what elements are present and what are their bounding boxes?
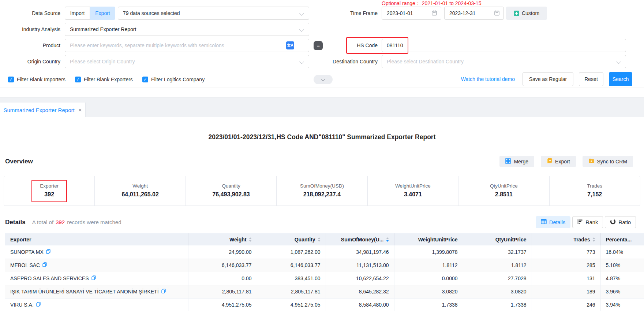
stat-weight: Weight 64,011,265.02 <box>94 176 185 206</box>
origin-country-select[interactable]: Please select Origin Country <box>65 55 309 68</box>
copy-icon[interactable] <box>36 302 41 308</box>
weight-cell: 4,951,275.05 <box>188 298 257 311</box>
stat-label: QtyUnitPrice <box>490 183 518 189</box>
exporter-name-link[interactable]: VIRU S.A. <box>10 302 34 308</box>
column-header-percentage: Percenta... <box>600 233 644 245</box>
rank-view-button[interactable]: Rank <box>572 216 603 228</box>
ai-assistant-icon[interactable]: ≡ <box>314 41 323 50</box>
sort-control[interactable] <box>386 237 389 242</box>
time-frame-label: Time Frame <box>344 7 378 20</box>
exporter-name-link[interactable]: IŞIK TARIM ÜRÜNLERİ SANAYİ VE TİCARET AN… <box>10 289 159 295</box>
tutorial-link[interactable]: Watch the tutorial demo <box>461 76 515 82</box>
ratio-view-button[interactable]: Ratio <box>605 216 636 228</box>
trades-cell: 246 <box>532 298 600 311</box>
checkbox-check-icon: ✓ <box>142 77 148 82</box>
sync-to-crm-button[interactable]: Sync to CRM <box>583 156 633 167</box>
product-keywords-input[interactable] <box>65 39 309 52</box>
column-header-weight[interactable]: Weight <box>188 233 257 245</box>
chevron-down-icon <box>299 11 304 16</box>
sort-desc-icon[interactable] <box>249 240 252 242</box>
filter-blank-exporters-checkbox[interactable]: ✓ Filter Blank Exporters <box>75 77 133 82</box>
details-header: Details A total of392records were matche… <box>5 216 636 228</box>
weight-cell: 24,990.00 <box>188 245 257 259</box>
start-date-input[interactable]: 2023-01-01 <box>382 7 441 20</box>
hs-code-input[interactable] <box>382 39 626 52</box>
exporter-name-link[interactable]: SUNOPTA MX <box>10 249 44 255</box>
sort-asc-icon[interactable] <box>592 237 595 239</box>
column-header-sum-of-money[interactable]: SumOfMoney(U... <box>326 233 394 245</box>
filter-logistics-company-checkbox[interactable]: ✓ Filter Logitics Company <box>142 77 205 82</box>
stat-trades: Trades 7,152 <box>549 176 640 206</box>
country-row: Origin Country Please select Origin Coun… <box>0 55 644 68</box>
sort-asc-icon[interactable] <box>249 237 252 239</box>
data-sources-select[interactable]: 79 data sources selected <box>118 7 309 20</box>
destination-country-select[interactable]: Please select Destination Country <box>382 55 626 68</box>
sum-of-money-cell: 11,131,513.00 <box>326 259 394 272</box>
checkbox-check-icon: ✓ <box>8 77 14 82</box>
filter-options-row: ✓ Filter Blank Importers ✓ Filter Blank … <box>0 73 644 85</box>
ratio-view-label: Ratio <box>618 219 631 225</box>
product-label: Product <box>0 42 60 48</box>
copy-icon[interactable] <box>42 262 47 268</box>
end-date-input[interactable]: 2023-12-31 <box>444 7 504 20</box>
sum-of-money-cell: 34,981,197.46 <box>326 245 394 259</box>
sort-desc-icon[interactable] <box>592 240 595 242</box>
quantity-cell: 383,451.00 <box>257 272 326 285</box>
exporter-name-link[interactable]: MEBOL SAC <box>10 262 40 268</box>
sort-desc-icon[interactable] <box>318 240 321 242</box>
copy-icon[interactable] <box>46 249 50 255</box>
import-toggle[interactable]: Import <box>65 7 90 20</box>
column-header-trades[interactable]: Trades <box>532 233 600 245</box>
sort-control[interactable] <box>249 237 252 242</box>
optional-range-hint: Optional range： 2021-01-01 to 2024-03-15 <box>382 0 481 7</box>
copy-icon[interactable] <box>161 289 166 295</box>
copy-icon[interactable] <box>91 275 96 281</box>
exporter-name-link[interactable]: ASEPRO SALES AND SERVICES <box>10 275 89 281</box>
end-date-value: 2023-12-31 <box>449 10 476 16</box>
stat-value: 2.8511 <box>495 191 513 198</box>
data-source-row: Data Source Import Export 79 data source… <box>0 7 644 20</box>
column-header-quantity[interactable]: Quantity <box>257 233 326 245</box>
filter-blank-importers-checkbox[interactable]: ✓ Filter Blank Importers <box>8 77 65 82</box>
sort-control[interactable] <box>318 237 321 242</box>
export-button[interactable]: Export <box>541 156 576 167</box>
export-icon <box>547 158 552 165</box>
translate-icon[interactable]: 文A <box>286 41 294 49</box>
sort-desc-icon[interactable] <box>386 240 389 242</box>
qty-unit-price-cell: 3.0820 <box>463 285 532 298</box>
stat-value: 7,152 <box>587 191 602 198</box>
destination-country-label: Destination Country <box>326 55 378 68</box>
trades-cell: 773 <box>532 245 600 259</box>
sort-asc-icon[interactable] <box>318 237 321 239</box>
table-row: MEBOL SAC 6,146,033.77 6,146,033.77 11,1… <box>5 259 644 272</box>
collapse-filters-button[interactable] <box>314 75 333 84</box>
custom-range-button[interactable]: ✚ Custom <box>506 7 547 20</box>
details-view-button[interactable]: Details <box>536 216 570 228</box>
merge-button[interactable]: Merge <box>499 156 534 167</box>
sort-asc-icon[interactable] <box>386 237 389 239</box>
percentage-cell: 4.87% <box>600 272 644 285</box>
stat-qty-unit-price: QtyUnitPrice 2.8511 <box>458 176 549 206</box>
calendar-icon[interactable] <box>431 10 437 17</box>
merge-label: Merge <box>514 159 528 164</box>
calendar-icon[interactable] <box>494 10 500 17</box>
overview-header: Overview Merge Export Sync to CRM <box>5 156 633 167</box>
stat-exporter: Exporter 392 <box>4 176 94 206</box>
quantity-cell: 4,951,275.05 <box>257 298 326 311</box>
close-icon[interactable]: × <box>78 107 82 113</box>
save-as-regular-button[interactable]: Save as Regular <box>523 72 573 86</box>
hs-code-label: HS Code <box>350 39 378 52</box>
stat-label: SumOfMoney(USD) <box>300 183 344 189</box>
percentage-cell: 16.04% <box>600 245 644 259</box>
sort-control[interactable] <box>592 237 595 242</box>
export-toggle[interactable]: Export <box>90 7 115 20</box>
tab-summarized-exporter-report[interactable]: Summarized Exporter Report × <box>0 103 86 117</box>
weight-unit-price-cell: 3.0820 <box>394 285 463 298</box>
search-button[interactable]: Search <box>609 72 632 86</box>
reset-button[interactable]: Reset <box>579 72 603 86</box>
sync-folder-icon <box>588 158 594 164</box>
checkbox-label: Filter Blank Exporters <box>84 77 133 82</box>
stat-value: 76,493,902.83 <box>212 191 250 198</box>
industry-analysis-select[interactable]: Summarized Exporter Report <box>65 23 309 36</box>
export-label: Export <box>555 159 570 164</box>
